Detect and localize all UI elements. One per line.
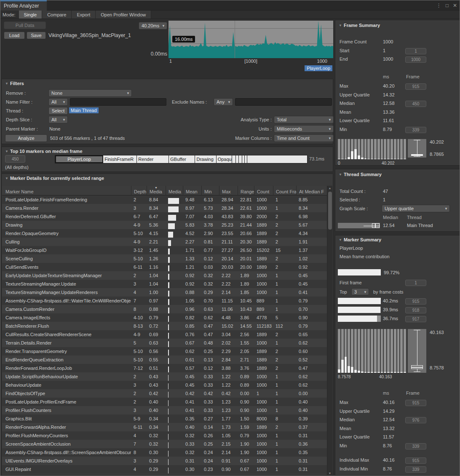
tab-profile-analyzer[interactable]: Profile Analyzer — [0, 0, 47, 11]
stat-frame-chip[interactable]: 915 — [405, 457, 426, 464]
top-n-dropdown[interactable]: 3 ▼ — [351, 288, 369, 295]
name-filter-input[interactable] — [70, 98, 166, 106]
table-row[interactable]: Drawing4-95.365.833.7825.2321.44188925.6… — [2, 221, 328, 229]
table-row[interactable]: UIEvents.IMGUIRenderOverlays30.290.310.2… — [2, 457, 328, 465]
frame-range-dropdown[interactable]: 40.20ms ▼ — [139, 22, 167, 29]
menu-icon[interactable]: ⋮ — [436, 3, 441, 8]
top10-segment[interactable]: Drawing — [195, 155, 216, 163]
table-row[interactable]: Culling4-92.212.270.8121.1120.30188921.9… — [2, 238, 328, 246]
table-row[interactable]: SceneCulling5-101.261.330.1220.1420.0118… — [2, 254, 328, 263]
top10-segment[interactable] — [247, 155, 307, 163]
thread-summary-header[interactable]: ▼Thread Summary — [339, 172, 382, 177]
load-button[interactable]: Load — [4, 32, 25, 39]
column-header-count[interactable]: Count — [254, 186, 273, 195]
scrollbar-thumb[interactable] — [328, 192, 332, 230]
column-header-media[interactable]: Media — [166, 186, 183, 195]
column-header-range[interactable]: Range — [238, 186, 254, 195]
maximize-icon[interactable]: □ — [446, 3, 449, 8]
table-row[interactable]: Assembly-CSharp-firstpass.dll!::WaterTil… — [2, 297, 328, 305]
analyze-button[interactable]: Analyze — [5, 134, 47, 142]
frame-number-chip[interactable]: 915 — [405, 298, 426, 305]
column-header-mean[interactable]: Mean — [183, 186, 201, 195]
table-row[interactable]: CullSendEvents6-111.161.210.0320.0320.00… — [2, 263, 328, 271]
exclude-mode-dropdown[interactable]: Any ▼ — [214, 98, 233, 106]
table-row[interactable]: RenderDeferred.GBuffer6-76.477.074.0343.… — [2, 212, 328, 221]
column-header-min[interactable]: Min — [201, 186, 219, 195]
table-row[interactable]: Terrain.Details.Render50.630.670.482.021… — [2, 339, 328, 347]
table-row[interactable]: Profiler.FlushCounters30.400.410.331.230… — [2, 406, 328, 414]
table-row[interactable]: EndRenderQueueExtraction5-100.550.610.13… — [2, 356, 328, 364]
table-row[interactable]: ScreenSpaceAmbientOcclusion70.320.330.25… — [2, 440, 328, 448]
frame-summary-header[interactable]: ▼Frame Summary — [339, 23, 380, 28]
table-row[interactable]: WaitForJobGroupID3-121.451.710.7727.2726… — [2, 246, 328, 254]
table-row[interactable]: Profiler.FlushMemoryCounters40.320.320.2… — [2, 431, 328, 440]
table-row[interactable]: TextureStreamingManager.UpdateRenderers4… — [2, 288, 328, 297]
export-button[interactable]: Export — [72, 11, 96, 19]
stat-frame-chip[interactable]: 1000 — [405, 56, 426, 63]
table-row[interactable]: FindObjectsOfType20.420.420.420.420.0011… — [2, 389, 328, 398]
graph-scale-dropdown[interactable]: Upper quartile ▼ — [382, 205, 450, 212]
frame-number-chip[interactable]: 918 — [405, 307, 426, 313]
table-row[interactable]: Render.OpaqueGeometry5-104.154.522.9023.… — [2, 229, 328, 238]
units-dropdown[interactable]: Milliseconds ▼ — [274, 125, 334, 133]
column-header-depth[interactable]: Depth — [131, 186, 147, 195]
frame-number-chip[interactable]: 917 — [405, 316, 426, 322]
top10-segment[interactable]: PlayerLoop — [55, 155, 103, 163]
mode-compare-button[interactable]: Compare — [42, 11, 72, 19]
stat-frame-chip[interactable]: 1 — [405, 48, 426, 54]
marker-columns-dropdown[interactable]: Time and Count ▼ — [274, 134, 334, 142]
frame-time-chart[interactable]: 16.00ms — [168, 21, 333, 58]
table-row[interactable]: CullResults.CreateSharedRendererScene4-9… — [2, 330, 328, 339]
stat-frame-chip[interactable]: 450 — [405, 101, 426, 107]
column-header-max[interactable]: Max — [219, 186, 238, 195]
column-header-at-median-f[interactable]: At Median F — [296, 186, 328, 195]
stat-frame-chip[interactable]: 339 — [405, 443, 426, 449]
table-row[interactable]: Camera.Render38.348.975.7328.3422.611000… — [2, 204, 328, 212]
median-frame-chip[interactable]: 450 — [5, 155, 25, 163]
selected-marker-chip[interactable]: PlayerLoop — [305, 65, 332, 71]
top10-segment[interactable]: Opaqu — [217, 155, 232, 163]
table-row[interactable]: RenderForward.RenderLoopJob7-120.510.570… — [2, 364, 328, 372]
table-row[interactable]: Graphics.Blit5-90.340.350.271.771.508000… — [2, 414, 328, 423]
top10-segment[interactable] — [236, 155, 239, 163]
top10-segment[interactable]: Render — [137, 155, 169, 163]
table-row[interactable]: Assembly-CSharp-firstpass.dll!::ScreenSp… — [2, 448, 328, 457]
filters-header[interactable]: ▼Filters — [5, 81, 24, 86]
exclude-names-input[interactable] — [235, 98, 332, 106]
stat-frame-chip[interactable]: 339 — [405, 466, 426, 473]
first-frame-chip[interactable]: 1 — [405, 280, 426, 286]
table-row[interactable]: RenderForwardAlpha.Render6-110.340.400.1… — [2, 423, 328, 431]
column-header-media[interactable]: Media▼ — [147, 186, 166, 195]
thread-value-chip[interactable]: Main Thread — [69, 107, 99, 113]
table-row[interactable]: BatchRenderer.Flush8-130.720.850.4715.02… — [2, 322, 328, 330]
top10-segment[interactable] — [239, 155, 242, 163]
table-row[interactable]: TextureStreamingManager.Update31.040.920… — [2, 280, 328, 288]
top10-header[interactable]: ▼Top 10 markers on median frame — [5, 149, 83, 154]
mode-single-button[interactable]: Single — [19, 11, 43, 19]
close-icon[interactable]: ✕ — [453, 3, 457, 8]
table-row[interactable]: Update.ScriptRunBehaviourUpdate20.430.45… — [2, 372, 328, 381]
open-profiler-window-button[interactable]: Open Profiler Window — [96, 11, 151, 19]
table-scrollbar[interactable]: ▲ ▼ — [327, 186, 332, 476]
top10-segment[interactable]: FinishFrameR — [103, 155, 137, 163]
table-row[interactable]: PostLateUpdate.FinishFrameRendering28.84… — [2, 195, 328, 204]
stat-frame-chip[interactable]: 339 — [405, 127, 426, 133]
remove-dropdown[interactable]: None ▼ — [48, 89, 132, 97]
table-row[interactable]: BehaviourUpdate30.430.450.331.220.891000… — [2, 381, 328, 389]
stat-frame-chip[interactable]: 976 — [405, 417, 426, 423]
thread-select-button[interactable]: Select — [48, 107, 68, 115]
table-row[interactable]: Render.TransparentGeometry5-100.560.620.… — [2, 347, 328, 356]
top10-segment[interactable] — [232, 155, 236, 163]
analysis-type-dropdown[interactable]: Total ▼ — [274, 116, 334, 123]
marker-details-header[interactable]: ▼Marker Details for currently selected r… — [5, 176, 104, 181]
table-row[interactable]: EarlyUpdate.UpdateTextureStreamingManage… — [2, 271, 328, 280]
pull-data-button[interactable]: Pull Data — [4, 21, 46, 29]
name-filter-mode-dropdown[interactable]: All ▼ — [48, 98, 68, 106]
column-header-marker-name[interactable]: Marker Name — [2, 186, 131, 195]
table-row[interactable]: GUI.Repaint40.290.300.230.900.67100010.3… — [2, 465, 328, 473]
table-row[interactable]: Camera.CustomRender80.880.960.6311.0610.… — [2, 305, 328, 313]
column-header-count-fra[interactable]: Count Fra — [273, 186, 296, 195]
scroll-down-icon[interactable]: ▼ — [327, 472, 332, 475]
depth-slice-dropdown[interactable]: All ▼ — [48, 116, 68, 123]
table-row[interactable]: PostLateUpdate.ProfilerEndFrame20.400.41… — [2, 398, 328, 406]
